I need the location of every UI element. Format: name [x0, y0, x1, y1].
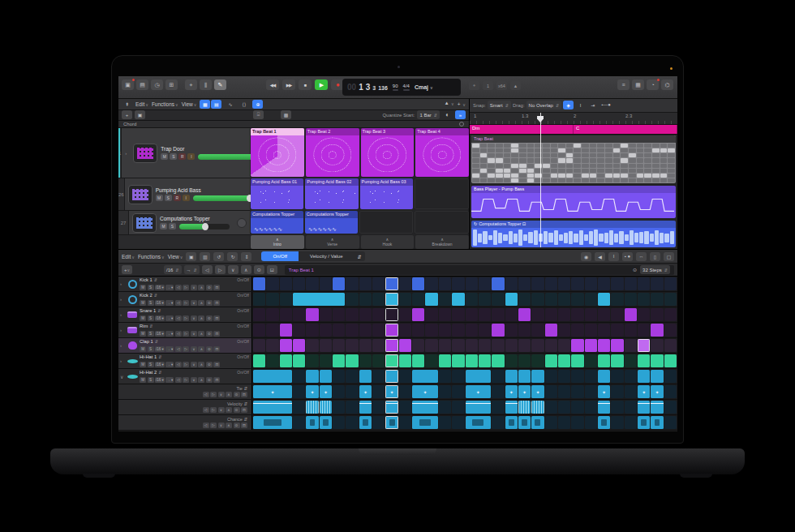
menu-functions[interactable]: Functions∨ — [152, 101, 178, 107]
step-cell[interactable] — [253, 308, 265, 321]
loop-icon[interactable]: ⊙ — [630, 265, 640, 274]
step-cell[interactable] — [505, 416, 518, 429]
step-cell[interactable] — [439, 308, 451, 321]
row-disclosure-icon[interactable]: › — [120, 354, 125, 367]
step-cell[interactable] — [346, 293, 358, 306]
step-cell[interactable] — [651, 277, 663, 290]
row-shift-right-icon[interactable]: ▷ — [183, 346, 189, 352]
step-cell[interactable] — [638, 354, 650, 367]
loop-cell[interactable]: Trap Beat 2 — [306, 128, 359, 177]
step-cell[interactable] — [531, 370, 544, 383]
step-cell[interactable] — [333, 416, 345, 429]
step-cell[interactable] — [651, 324, 663, 337]
catch-playhead-button[interactable]: ◈ — [563, 101, 574, 109]
step-cell[interactable] — [598, 339, 610, 352]
step-cell[interactable] — [466, 401, 492, 414]
subrow-increment-icon[interactable]: ∧ — [226, 423, 232, 428]
quantize-start-select[interactable]: 1 Bar⇵ — [417, 110, 440, 119]
subrow-shift-left-icon[interactable]: ◁ — [203, 392, 209, 397]
step-cell[interactable]: ✦ — [412, 385, 438, 398]
track-header[interactable]: 26Pumping Acid BassMSRI — [118, 178, 250, 211]
row-direction-stepper[interactable]: → ▾ — [165, 285, 174, 290]
step-cell[interactable] — [372, 324, 385, 337]
subrow-decrement-icon[interactable]: ∨ — [218, 423, 225, 428]
region-trap-beat[interactable]: Trap Beat — [471, 135, 676, 184]
subrow-increment-icon[interactable]: ∧ — [226, 392, 232, 397]
default-direction-stepper[interactable]: →⇵ — [184, 265, 200, 274]
stop-button[interactable]: ■ — [299, 79, 312, 90]
step-cell[interactable] — [664, 308, 677, 321]
step-cell[interactable] — [545, 308, 557, 321]
loop-cell[interactable]: Pumping Acid Bass 02 — [305, 178, 358, 209]
step-cell[interactable] — [664, 354, 677, 367]
step-cell[interactable] — [558, 293, 570, 306]
step-cell[interactable] — [585, 416, 597, 429]
step-cell[interactable] — [320, 308, 332, 321]
step-cell[interactable] — [651, 354, 663, 367]
performance-record-button[interactable]: ⊕ — [252, 100, 263, 109]
tuner-icon[interactable]: ⌖ — [469, 81, 479, 90]
step-cell[interactable] — [625, 401, 637, 414]
step-cell[interactable] — [320, 370, 332, 383]
scene-trigger[interactable]: ∧Intro — [251, 235, 304, 249]
step-cell[interactable] — [293, 401, 305, 414]
track-s-button[interactable]: S — [169, 223, 176, 230]
row-disclosure-icon[interactable]: ∨ — [120, 370, 125, 383]
step-cell[interactable] — [359, 339, 372, 352]
step-cell[interactable] — [452, 324, 464, 337]
step-cell[interactable] — [306, 308, 318, 321]
step-cell[interactable] — [385, 416, 398, 429]
row-random-icon[interactable]: ⊙ — [206, 346, 213, 352]
step-cell[interactable] — [625, 308, 637, 321]
step-cell[interactable] — [571, 416, 583, 429]
step-cell[interactable] — [452, 293, 464, 306]
step-cell[interactable] — [598, 277, 610, 290]
step-cell[interactable] — [518, 293, 531, 306]
step-cell[interactable] — [505, 293, 518, 306]
loop-cell[interactable]: Computations Topper∿∿∿∿∿∿ — [251, 211, 303, 234]
step-cell[interactable] — [425, 308, 437, 321]
step-cell[interactable] — [651, 293, 663, 306]
step-cell[interactable] — [625, 324, 637, 337]
step-cell[interactable] — [399, 354, 411, 367]
row-rate-stepper[interactable]: /16 ▾ — [155, 331, 165, 337]
catch-icon[interactable]: ◀ — [595, 252, 605, 261]
step-cell[interactable] — [466, 324, 478, 337]
step-cell[interactable] — [571, 277, 583, 290]
step-cell[interactable] — [531, 293, 544, 306]
empty-loop-cell[interactable] — [415, 211, 469, 234]
step-cell[interactable] — [598, 293, 610, 306]
step-cell[interactable] — [439, 385, 451, 398]
step-cell[interactable] — [598, 370, 610, 383]
row-direction-stepper[interactable]: → ▾ — [165, 315, 174, 321]
marquee-tool-icon[interactable]: ⟨⟩ — [238, 100, 249, 109]
monitor-icon[interactable]: ⌻ — [253, 110, 264, 119]
step-cell[interactable] — [585, 370, 597, 383]
browser-icon[interactable]: ▦ — [632, 79, 644, 90]
step-cell[interactable] — [558, 277, 570, 290]
step-cell[interactable] — [611, 401, 623, 414]
text-tool-icon[interactable]: Ι — [608, 252, 619, 261]
step-cell[interactable] — [346, 339, 358, 352]
step-cell[interactable] — [293, 370, 305, 383]
step-cell[interactable] — [280, 293, 292, 306]
row-increment-icon[interactable]: ∧ — [198, 300, 204, 306]
loop-cell[interactable]: Pumping Acid Bass 03 — [360, 178, 413, 209]
step-cell[interactable] — [625, 339, 637, 352]
step-cell[interactable] — [479, 339, 491, 352]
step-cell[interactable] — [625, 354, 637, 367]
subrow-random-icon[interactable]: ⊙ — [234, 392, 240, 397]
step-cell[interactable] — [558, 308, 570, 321]
row-shift-right-icon[interactable]: ▷ — [183, 315, 189, 321]
step-cell[interactable] — [492, 339, 504, 352]
row-random-icon[interactable]: ⊙ — [206, 285, 213, 290]
step-cell[interactable] — [611, 308, 623, 321]
step-cell[interactable] — [439, 324, 451, 337]
row-mute-button[interactable]: M — [140, 362, 146, 367]
step-cell[interactable] — [359, 308, 372, 321]
step-cell[interactable] — [385, 339, 398, 352]
step-cell[interactable] — [651, 370, 663, 383]
step-cell[interactable] — [638, 370, 650, 383]
row-reset-icon[interactable]: ⊡ — [213, 362, 220, 367]
step-cell[interactable] — [320, 324, 332, 337]
